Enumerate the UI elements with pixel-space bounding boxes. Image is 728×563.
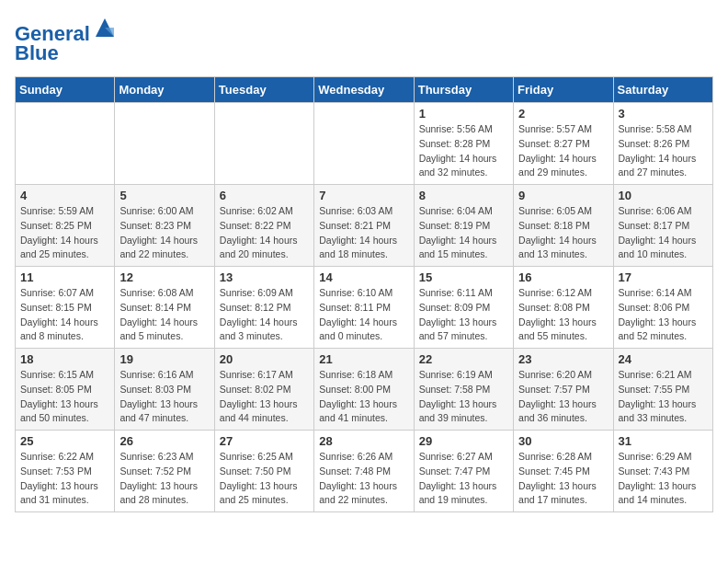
day-cell-30: 30Sunrise: 6:28 AMSunset: 7:45 PMDayligh… [514, 431, 613, 512]
day-info: Sunrise: 5:56 AMSunset: 8:28 PMDaylight:… [419, 122, 508, 180]
day-number: 23 [518, 352, 608, 366]
day-info: Sunrise: 6:21 AMSunset: 7:55 PMDaylight:… [619, 368, 708, 426]
day-cell-6: 6Sunrise: 6:02 AMSunset: 8:22 PMDaylight… [214, 185, 313, 267]
day-info: Sunrise: 5:57 AMSunset: 8:27 PMDaylight:… [518, 122, 608, 180]
day-info: Sunrise: 6:22 AMSunset: 7:53 PMDaylight:… [20, 450, 109, 508]
day-cell-23: 23Sunrise: 6:20 AMSunset: 7:57 PMDayligh… [514, 349, 613, 431]
day-number: 18 [20, 352, 109, 366]
day-info: Sunrise: 6:07 AMSunset: 8:15 PMDaylight:… [20, 286, 109, 344]
day-number: 8 [419, 189, 508, 202]
day-cell-27: 27Sunrise: 6:25 AMSunset: 7:50 PMDayligh… [214, 431, 313, 512]
day-number: 20 [220, 352, 309, 366]
page-header: General Blue [15, 15, 713, 65]
day-number: 10 [619, 189, 708, 202]
empty-cell [115, 103, 214, 185]
day-info: Sunrise: 6:08 AMSunset: 8:14 PMDaylight:… [119, 286, 209, 344]
day-info: Sunrise: 6:16 AMSunset: 8:03 PMDaylight:… [119, 368, 209, 426]
day-info: Sunrise: 6:28 AMSunset: 7:45 PMDaylight:… [518, 450, 608, 508]
day-info: Sunrise: 6:00 AMSunset: 8:23 PMDaylight:… [119, 204, 209, 262]
day-cell-11: 11Sunrise: 6:07 AMSunset: 8:15 PMDayligh… [16, 267, 115, 349]
day-cell-9: 9Sunrise: 6:05 AMSunset: 8:18 PMDaylight… [514, 185, 613, 267]
week-row-5: 25Sunrise: 6:22 AMSunset: 7:53 PMDayligh… [16, 431, 713, 512]
day-info: Sunrise: 6:26 AMSunset: 7:48 PMDaylight:… [319, 450, 408, 508]
logo-icon [92, 15, 118, 40]
day-cell-18: 18Sunrise: 6:15 AMSunset: 8:05 PMDayligh… [16, 349, 115, 431]
day-cell-24: 24Sunrise: 6:21 AMSunset: 7:55 PMDayligh… [613, 349, 712, 431]
day-number: 5 [119, 189, 209, 202]
empty-cell [314, 103, 414, 185]
week-row-1: 1Sunrise: 5:56 AMSunset: 8:28 PMDaylight… [16, 103, 713, 185]
weekday-header-monday: Monday [115, 77, 214, 103]
day-cell-29: 29Sunrise: 6:27 AMSunset: 7:47 PMDayligh… [414, 431, 513, 512]
day-cell-31: 31Sunrise: 6:29 AMSunset: 7:43 PMDayligh… [613, 431, 712, 512]
week-row-2: 4Sunrise: 5:59 AMSunset: 8:25 PMDaylight… [16, 185, 713, 267]
day-number: 14 [319, 270, 408, 284]
weekday-header-tuesday: Tuesday [214, 77, 313, 103]
day-number: 3 [619, 107, 708, 121]
day-cell-4: 4Sunrise: 5:59 AMSunset: 8:25 PMDaylight… [16, 185, 115, 267]
day-cell-2: 2Sunrise: 5:57 AMSunset: 8:27 PMDaylight… [514, 103, 613, 185]
day-info: Sunrise: 6:19 AMSunset: 7:58 PMDaylight:… [419, 368, 508, 426]
weekday-header-friday: Friday [514, 77, 613, 103]
day-number: 24 [619, 352, 708, 366]
day-info: Sunrise: 5:59 AMSunset: 8:25 PMDaylight:… [20, 204, 109, 262]
day-info: Sunrise: 6:29 AMSunset: 7:43 PMDaylight:… [619, 450, 708, 508]
weekday-header-thursday: Thursday [414, 77, 513, 103]
day-info: Sunrise: 6:15 AMSunset: 8:05 PMDaylight:… [20, 368, 109, 426]
day-number: 11 [20, 270, 109, 284]
day-cell-25: 25Sunrise: 6:22 AMSunset: 7:53 PMDayligh… [16, 431, 115, 512]
logo: General Blue [15, 15, 118, 65]
day-info: Sunrise: 6:04 AMSunset: 8:19 PMDaylight:… [419, 204, 508, 262]
empty-cell [214, 103, 313, 185]
day-info: Sunrise: 6:05 AMSunset: 8:18 PMDaylight:… [518, 204, 608, 262]
day-cell-15: 15Sunrise: 6:11 AMSunset: 8:09 PMDayligh… [414, 267, 513, 349]
day-cell-16: 16Sunrise: 6:12 AMSunset: 8:08 PMDayligh… [514, 267, 613, 349]
weekday-header-sunday: Sunday [16, 77, 115, 103]
day-number: 15 [419, 270, 508, 284]
day-cell-8: 8Sunrise: 6:04 AMSunset: 8:19 PMDaylight… [414, 185, 513, 267]
day-info: Sunrise: 6:23 AMSunset: 7:52 PMDaylight:… [119, 450, 209, 508]
day-cell-21: 21Sunrise: 6:18 AMSunset: 8:00 PMDayligh… [314, 349, 414, 431]
day-cell-1: 1Sunrise: 5:56 AMSunset: 8:28 PMDaylight… [414, 103, 513, 185]
day-number: 2 [518, 107, 608, 121]
day-number: 25 [20, 434, 109, 448]
week-row-3: 11Sunrise: 6:07 AMSunset: 8:15 PMDayligh… [16, 267, 713, 349]
day-info: Sunrise: 6:12 AMSunset: 8:08 PMDaylight:… [518, 286, 608, 344]
calendar-table: SundayMondayTuesdayWednesdayThursdayFrid… [15, 76, 713, 512]
day-cell-5: 5Sunrise: 6:00 AMSunset: 8:23 PMDaylight… [115, 185, 214, 267]
day-number: 26 [119, 434, 209, 448]
day-cell-26: 26Sunrise: 6:23 AMSunset: 7:52 PMDayligh… [115, 431, 214, 512]
day-number: 9 [518, 189, 608, 202]
day-cell-12: 12Sunrise: 6:08 AMSunset: 8:14 PMDayligh… [115, 267, 214, 349]
day-number: 30 [518, 434, 608, 448]
day-info: Sunrise: 6:06 AMSunset: 8:17 PMDaylight:… [619, 204, 708, 262]
day-cell-10: 10Sunrise: 6:06 AMSunset: 8:17 PMDayligh… [613, 185, 712, 267]
day-info: Sunrise: 5:58 AMSunset: 8:26 PMDaylight:… [619, 122, 708, 180]
day-info: Sunrise: 6:17 AMSunset: 8:02 PMDaylight:… [220, 368, 309, 426]
day-cell-7: 7Sunrise: 6:03 AMSunset: 8:21 PMDaylight… [314, 185, 414, 267]
day-info: Sunrise: 6:25 AMSunset: 7:50 PMDaylight:… [220, 450, 309, 508]
week-row-4: 18Sunrise: 6:15 AMSunset: 8:05 PMDayligh… [16, 349, 713, 431]
day-number: 1 [419, 107, 508, 121]
weekday-header-row: SundayMondayTuesdayWednesdayThursdayFrid… [16, 77, 713, 103]
day-cell-13: 13Sunrise: 6:09 AMSunset: 8:12 PMDayligh… [214, 267, 313, 349]
day-info: Sunrise: 6:20 AMSunset: 7:57 PMDaylight:… [518, 368, 608, 426]
day-number: 21 [319, 352, 408, 366]
day-info: Sunrise: 6:14 AMSunset: 8:06 PMDaylight:… [619, 286, 708, 344]
day-info: Sunrise: 6:09 AMSunset: 8:12 PMDaylight:… [220, 286, 309, 344]
day-info: Sunrise: 6:02 AMSunset: 8:22 PMDaylight:… [220, 204, 309, 262]
day-number: 4 [20, 189, 109, 202]
day-info: Sunrise: 6:11 AMSunset: 8:09 PMDaylight:… [419, 286, 508, 344]
day-cell-3: 3Sunrise: 5:58 AMSunset: 8:26 PMDaylight… [613, 103, 712, 185]
day-number: 13 [220, 270, 309, 284]
day-cell-14: 14Sunrise: 6:10 AMSunset: 8:11 PMDayligh… [314, 267, 414, 349]
weekday-header-wednesday: Wednesday [314, 77, 414, 103]
day-number: 12 [119, 270, 209, 284]
day-number: 6 [220, 189, 309, 202]
weekday-header-saturday: Saturday [613, 77, 712, 103]
day-cell-19: 19Sunrise: 6:16 AMSunset: 8:03 PMDayligh… [115, 349, 214, 431]
day-cell-17: 17Sunrise: 6:14 AMSunset: 8:06 PMDayligh… [613, 267, 712, 349]
day-number: 31 [619, 434, 708, 448]
day-info: Sunrise: 6:10 AMSunset: 8:11 PMDaylight:… [319, 286, 408, 344]
day-number: 28 [319, 434, 408, 448]
